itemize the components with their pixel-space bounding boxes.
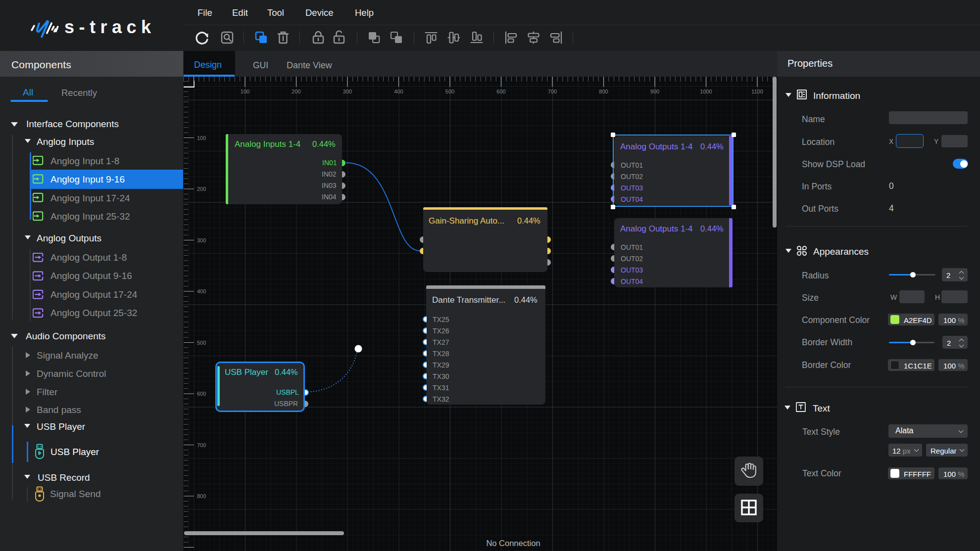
svg-text:s-track: s-track [64, 17, 156, 37]
